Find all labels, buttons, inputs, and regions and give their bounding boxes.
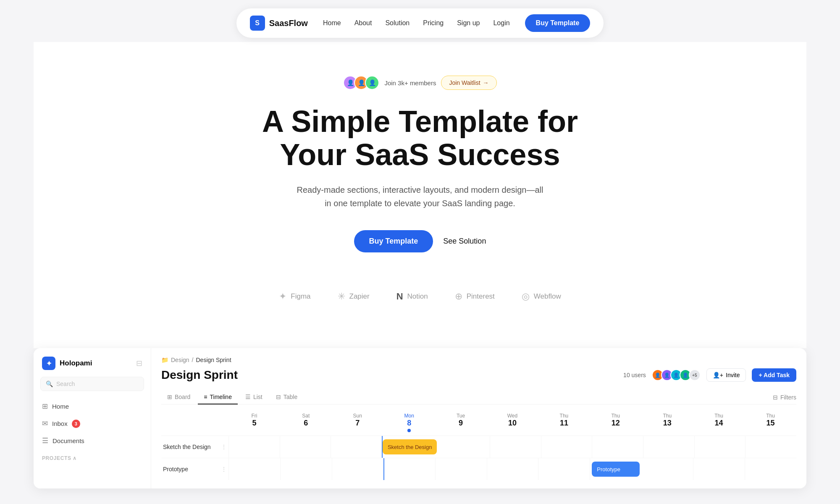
sidebar-search[interactable]: 🔍 Search — [40, 377, 144, 391]
projects-section-label: PROJECTS ∧ — [34, 449, 151, 464]
pinterest-label: Pinterest — [467, 292, 495, 301]
pinterest-icon: ⊕ — [455, 291, 462, 302]
nav-buy-template-button[interactable]: Buy Template — [525, 14, 591, 32]
tab-list[interactable]: ☰ List — [239, 390, 268, 404]
project-title: Design Sprint — [161, 368, 238, 382]
add-task-button[interactable]: + Add Task — [752, 368, 796, 382]
task-bar-prototype: Prototype — [592, 462, 640, 477]
tab-timeline[interactable]: ≡ Timeline — [198, 390, 238, 404]
table-icon: ⊟ — [276, 394, 281, 400]
day-thu-15: Thu15 — [745, 413, 796, 432]
filters-button[interactable]: ⊟ Filters — [773, 394, 796, 401]
cell-mon-sketch: Sketch the Design — [382, 436, 439, 458]
project-actions: 10 users 👤 👤 👤 👤 +5 👤+ Invite + Add Task — [623, 368, 796, 382]
nav-about[interactable]: About — [354, 19, 372, 27]
timeline-days-header: Fri5 Sat6 Sun7 Mon8 Tue9 Wed10 Thu11 Thu… — [161, 413, 796, 432]
sidebar-app-name: Holopami — [60, 359, 92, 368]
chevron-up-icon: ∧ — [73, 455, 77, 461]
sidebar-header: ✦ Holopami ⊟ — [34, 357, 151, 377]
cell-sun — [331, 436, 382, 458]
task-bar-sketch: Sketch the Design — [383, 439, 437, 454]
sidebar-item-documents-label: Documents — [52, 437, 84, 444]
join-waitlist-button[interactable]: Join Waitlist → — [441, 76, 496, 90]
timeline-row-prototype: Prototype ⋮ Prototype — [161, 458, 796, 480]
inbox-icon: ✉ — [42, 419, 48, 428]
hero-buttons: Buy Template See Solution — [354, 230, 486, 252]
breadcrumb-folder-icon: 📁 — [161, 357, 168, 363]
logo-zapier: ✳ Zapier — [338, 291, 370, 302]
cell-thu11 — [541, 436, 592, 458]
figma-label: Figma — [291, 292, 310, 301]
cell-thu14 — [694, 436, 746, 458]
figma-icon: ✦ — [279, 291, 286, 302]
nav-login[interactable]: Login — [493, 19, 509, 27]
nav-pricing[interactable]: Pricing — [423, 19, 444, 27]
user-count: 10 users — [623, 372, 646, 378]
brand-name: SaasFlow — [269, 18, 308, 28]
day-mon-8: Mon8 — [383, 413, 435, 432]
sidebar: ✦ Holopami ⊟ 🔍 Search ⊞ Home ✉ Inbox 3 ☰… — [34, 348, 151, 488]
cell-thu13 — [643, 436, 694, 458]
task-menu-icon[interactable]: ⋮ — [221, 444, 227, 450]
inbox-badge: 3 — [72, 420, 80, 428]
day-sat-6: Sat6 — [280, 413, 332, 432]
logo-pinterest: ⊕ Pinterest — [455, 291, 495, 302]
timeline-area: Fri5 Sat6 Sun7 Mon8 Tue9 Wed10 Thu11 Thu… — [161, 413, 796, 480]
hero-subtitle: Ready-made sections, interactive layouts… — [294, 183, 546, 210]
cell-tue-sketch — [438, 436, 490, 458]
day-thu-13: Thu13 — [641, 413, 693, 432]
cell-thu15 — [745, 436, 796, 458]
dashboard-section: ✦ Holopami ⊟ 🔍 Search ⊞ Home ✉ Inbox 3 ☰… — [34, 348, 806, 488]
breadcrumb-parent: Design — [171, 357, 189, 363]
hero-buy-template-button[interactable]: Buy Template — [354, 230, 433, 252]
list-icon: ☰ — [245, 394, 251, 400]
cell-prototype-start: Prototype — [590, 458, 641, 480]
day-thu-12: Thu12 — [590, 413, 641, 432]
day-wed-10: Wed10 — [487, 413, 538, 432]
task-label-prototype: Prototype ⋮ — [161, 466, 228, 472]
day-tue-9: Tue9 — [435, 413, 487, 432]
hero-badge-text: Join 3k+ members — [384, 79, 436, 87]
avatar-group: 👤 👤 👤 — [343, 76, 379, 90]
nav-home[interactable]: Home — [323, 19, 341, 27]
project-header: Design Sprint 10 users 👤 👤 👤 👤 +5 👤+ Inv… — [161, 368, 796, 382]
tab-table[interactable]: ⊟ Table — [270, 390, 303, 404]
nav-logo-icon: S — [250, 16, 265, 31]
nav-links: Home About Solution Pricing Sign up Logi… — [323, 19, 510, 27]
documents-icon: ☰ — [42, 436, 48, 445]
hero-section: 👤 👤 👤 Join 3k+ members Join Waitlist → A… — [34, 42, 806, 348]
add-user-icon: 👤+ — [713, 372, 723, 378]
breadcrumb: 📁 Design / Design Sprint — [161, 357, 796, 363]
sidebar-collapse-button[interactable]: ⊟ — [136, 359, 142, 368]
logo-notion: N Notion — [396, 291, 428, 302]
avatar-3: 👤 — [365, 76, 379, 90]
sidebar-item-documents[interactable]: ☰ Documents — [34, 432, 151, 449]
breadcrumb-current: Design Sprint — [196, 357, 231, 363]
hero-title: A Simple Template for Your SaaS Success — [262, 105, 578, 171]
sidebar-item-inbox[interactable]: ✉ Inbox 3 — [34, 415, 151, 432]
tab-board[interactable]: ⊞ Board — [161, 390, 196, 404]
invite-button[interactable]: 👤+ Invite — [706, 368, 746, 382]
zapier-label: Zapier — [349, 292, 370, 301]
nav-wrapper: S SaasFlow Home About Solution Pricing S… — [0, 0, 840, 42]
main-content: 📁 Design / Design Sprint Design Sprint 1… — [151, 348, 806, 488]
nav-signup[interactable]: Sign up — [457, 19, 480, 27]
day-fri-5: Fri5 — [228, 413, 280, 432]
notion-label: Notion — [407, 292, 428, 301]
search-placeholder: Search — [56, 381, 75, 387]
view-tabs: ⊞ Board ≡ Timeline ☰ List ⊟ Table ⊟ Filt… — [161, 390, 796, 404]
notion-icon: N — [396, 291, 403, 302]
day-sun-7: Sun7 — [332, 413, 383, 432]
webflow-icon: ◎ — [522, 291, 530, 302]
home-icon: ⊞ — [42, 402, 48, 411]
cell-sat — [280, 436, 331, 458]
cell-wed — [490, 436, 541, 458]
timeline-row-sketch: Sketch the Design ⋮ Sketch the Design — [161, 436, 796, 458]
nav-solution[interactable]: Solution — [385, 19, 410, 27]
hero-see-solution-button[interactable]: See Solution — [443, 237, 486, 246]
day-thu-14: Thu14 — [693, 413, 745, 432]
search-icon: 🔍 — [46, 381, 53, 387]
sidebar-item-inbox-label: Inbox — [52, 420, 68, 427]
sidebar-item-home[interactable]: ⊞ Home — [34, 398, 151, 415]
prototype-menu-icon[interactable]: ⋮ — [221, 466, 227, 472]
